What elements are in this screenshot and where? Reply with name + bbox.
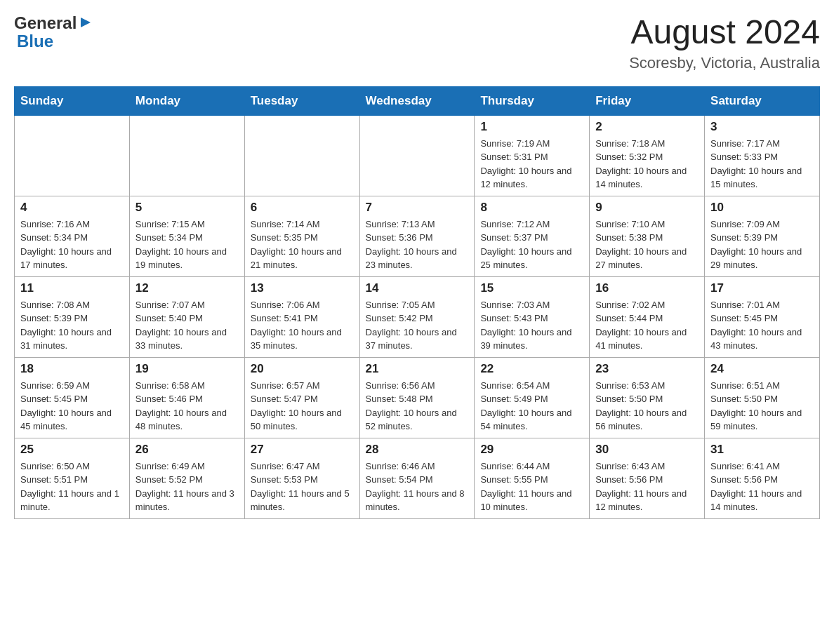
calendar-cell-w4-d3: 21Sunrise: 6:56 AM Sunset: 5:48 PM Dayli… [359,357,475,438]
day-number-10: 10 [710,201,814,215]
calendar-cell-w2-d1: 5Sunrise: 7:15 AM Sunset: 5:34 PM Daylig… [129,196,244,276]
calendar-cell-w1-d3 [359,115,475,196]
calendar-week-3: 11Sunrise: 7:08 AM Sunset: 5:39 PM Dayli… [15,276,820,357]
calendar-cell-w1-d1 [129,115,244,196]
logo: General Blue [14,14,93,51]
calendar-week-2: 4Sunrise: 7:16 AM Sunset: 5:34 PM Daylig… [15,196,820,276]
calendar-cell-w4-d1: 19Sunrise: 6:58 AM Sunset: 5:46 PM Dayli… [129,357,244,438]
location-subtitle: Scoresby, Victoria, Australia [629,54,820,72]
header-monday: Monday [129,86,244,115]
logo-blue: Blue [17,32,93,51]
day-info-9: Sunrise: 7:10 AM Sunset: 5:38 PM Dayligh… [595,217,699,272]
logo-arrow-icon [78,15,93,30]
day-number-3: 3 [710,120,814,134]
logo-general: General [14,14,77,32]
day-info-20: Sunrise: 6:57 AM Sunset: 5:47 PM Dayligh… [251,379,354,434]
calendar-cell-w3-d0: 11Sunrise: 7:08 AM Sunset: 5:39 PM Dayli… [15,276,130,357]
header-friday: Friday [590,86,705,115]
month-year-title: August 2024 [629,14,820,51]
svg-marker-0 [81,18,91,27]
calendar-cell-w2-d2: 6Sunrise: 7:14 AM Sunset: 5:35 PM Daylig… [244,196,359,276]
header-thursday: Thursday [475,86,590,115]
calendar-cell-w1-d5: 2Sunrise: 7:18 AM Sunset: 5:32 PM Daylig… [590,115,705,196]
calendar-cell-w4-d6: 24Sunrise: 6:51 AM Sunset: 5:50 PM Dayli… [705,357,820,438]
calendar-cell-w3-d1: 12Sunrise: 7:07 AM Sunset: 5:40 PM Dayli… [129,276,244,357]
day-info-2: Sunrise: 7:18 AM Sunset: 5:32 PM Dayligh… [595,137,699,192]
day-number-5: 5 [135,201,239,215]
day-info-29: Sunrise: 6:44 AM Sunset: 5:55 PM Dayligh… [480,459,583,514]
calendar-cell-w5-d5: 30Sunrise: 6:43 AM Sunset: 5:56 PM Dayli… [590,438,705,518]
calendar-cell-w4-d5: 23Sunrise: 6:53 AM Sunset: 5:50 PM Dayli… [590,357,705,438]
day-number-8: 8 [480,201,583,215]
calendar-cell-w2-d3: 7Sunrise: 7:13 AM Sunset: 5:36 PM Daylig… [359,196,475,276]
day-info-7: Sunrise: 7:13 AM Sunset: 5:36 PM Dayligh… [366,217,469,272]
calendar-cell-w5-d6: 31Sunrise: 6:41 AM Sunset: 5:56 PM Dayli… [705,438,820,518]
day-info-31: Sunrise: 6:41 AM Sunset: 5:56 PM Dayligh… [710,459,814,514]
calendar-week-1: 1Sunrise: 7:19 AM Sunset: 5:31 PM Daylig… [15,115,820,196]
calendar-cell-w3-d3: 14Sunrise: 7:05 AM Sunset: 5:42 PM Dayli… [359,276,475,357]
calendar-cell-w5-d0: 25Sunrise: 6:50 AM Sunset: 5:51 PM Dayli… [15,438,130,518]
day-info-23: Sunrise: 6:53 AM Sunset: 5:50 PM Dayligh… [595,379,699,434]
header-saturday: Saturday [705,86,820,115]
calendar-cell-w1-d0 [15,115,130,196]
day-info-8: Sunrise: 7:12 AM Sunset: 5:37 PM Dayligh… [480,217,583,272]
day-info-25: Sunrise: 6:50 AM Sunset: 5:51 PM Dayligh… [20,459,124,514]
header-tuesday: Tuesday [244,86,359,115]
day-info-13: Sunrise: 7:06 AM Sunset: 5:41 PM Dayligh… [251,298,354,353]
day-info-4: Sunrise: 7:16 AM Sunset: 5:34 PM Dayligh… [20,217,124,272]
day-number-27: 27 [251,443,354,457]
day-info-26: Sunrise: 6:49 AM Sunset: 5:52 PM Dayligh… [135,459,239,514]
calendar-week-5: 25Sunrise: 6:50 AM Sunset: 5:51 PM Dayli… [15,438,820,518]
day-number-2: 2 [595,120,699,134]
day-info-27: Sunrise: 6:47 AM Sunset: 5:53 PM Dayligh… [251,459,354,514]
day-number-9: 9 [595,201,699,215]
day-info-24: Sunrise: 6:51 AM Sunset: 5:50 PM Dayligh… [710,379,814,434]
calendar-cell-w5-d1: 26Sunrise: 6:49 AM Sunset: 5:52 PM Dayli… [129,438,244,518]
day-number-25: 25 [20,443,124,457]
day-number-15: 15 [480,281,583,295]
day-number-17: 17 [710,281,814,295]
calendar-cell-w3-d6: 17Sunrise: 7:01 AM Sunset: 5:45 PM Dayli… [705,276,820,357]
calendar-cell-w4-d0: 18Sunrise: 6:59 AM Sunset: 5:45 PM Dayli… [15,357,130,438]
day-info-6: Sunrise: 7:14 AM Sunset: 5:35 PM Dayligh… [251,217,354,272]
calendar-cell-w1-d4: 1Sunrise: 7:19 AM Sunset: 5:31 PM Daylig… [475,115,590,196]
day-info-17: Sunrise: 7:01 AM Sunset: 5:45 PM Dayligh… [710,298,814,353]
calendar-cell-w4-d2: 20Sunrise: 6:57 AM Sunset: 5:47 PM Dayli… [244,357,359,438]
day-info-1: Sunrise: 7:19 AM Sunset: 5:31 PM Dayligh… [480,137,583,192]
calendar-cell-w2-d4: 8Sunrise: 7:12 AM Sunset: 5:37 PM Daylig… [475,196,590,276]
day-number-31: 31 [710,443,814,457]
day-number-14: 14 [366,281,469,295]
header-sunday: Sunday [15,86,130,115]
day-info-21: Sunrise: 6:56 AM Sunset: 5:48 PM Dayligh… [366,379,469,434]
calendar-header-row: Sunday Monday Tuesday Wednesday Thursday… [15,86,820,115]
calendar-cell-w1-d2 [244,115,359,196]
day-number-21: 21 [366,362,469,376]
calendar-week-4: 18Sunrise: 6:59 AM Sunset: 5:45 PM Dayli… [15,357,820,438]
day-number-7: 7 [366,201,469,215]
calendar-cell-w4-d4: 22Sunrise: 6:54 AM Sunset: 5:49 PM Dayli… [475,357,590,438]
calendar-cell-w2-d5: 9Sunrise: 7:10 AM Sunset: 5:38 PM Daylig… [590,196,705,276]
day-number-6: 6 [251,201,354,215]
day-number-18: 18 [20,362,124,376]
day-info-28: Sunrise: 6:46 AM Sunset: 5:54 PM Dayligh… [366,459,469,514]
day-number-11: 11 [20,281,124,295]
day-number-29: 29 [480,443,583,457]
calendar-cell-w2-d6: 10Sunrise: 7:09 AM Sunset: 5:39 PM Dayli… [705,196,820,276]
calendar-cell-w1-d6: 3Sunrise: 7:17 AM Sunset: 5:33 PM Daylig… [705,115,820,196]
calendar-table: Sunday Monday Tuesday Wednesday Thursday… [14,86,820,519]
day-number-1: 1 [480,120,583,134]
day-info-22: Sunrise: 6:54 AM Sunset: 5:49 PM Dayligh… [480,379,583,434]
day-info-18: Sunrise: 6:59 AM Sunset: 5:45 PM Dayligh… [20,379,124,434]
calendar-cell-w5-d2: 27Sunrise: 6:47 AM Sunset: 5:53 PM Dayli… [244,438,359,518]
day-info-16: Sunrise: 7:02 AM Sunset: 5:44 PM Dayligh… [595,298,699,353]
day-number-30: 30 [595,443,699,457]
day-number-13: 13 [251,281,354,295]
day-number-19: 19 [135,362,239,376]
day-number-22: 22 [480,362,583,376]
day-info-19: Sunrise: 6:58 AM Sunset: 5:46 PM Dayligh… [135,379,239,434]
day-number-4: 4 [20,201,124,215]
day-number-20: 20 [251,362,354,376]
calendar-cell-w3-d5: 16Sunrise: 7:02 AM Sunset: 5:44 PM Dayli… [590,276,705,357]
day-number-26: 26 [135,443,239,457]
day-info-14: Sunrise: 7:05 AM Sunset: 5:42 PM Dayligh… [366,298,469,353]
